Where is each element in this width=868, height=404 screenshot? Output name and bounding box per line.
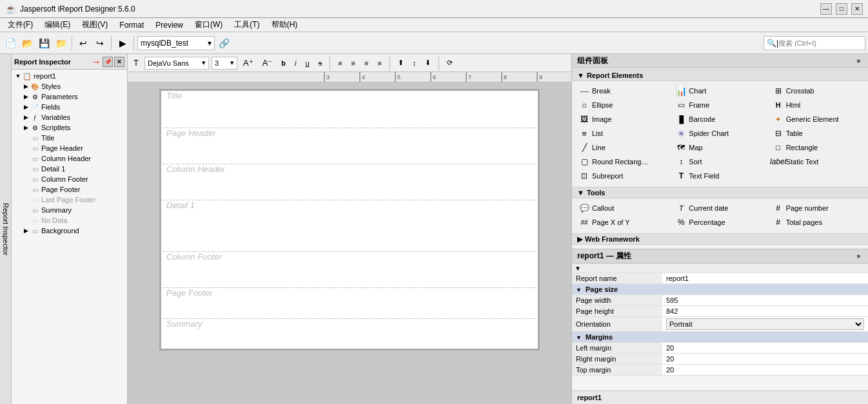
props-panel-expand[interactable]: » bbox=[854, 251, 863, 261]
props-input-page-width[interactable] bbox=[666, 296, 864, 304]
component-line[interactable]: ╱ Line bbox=[575, 140, 671, 155]
maximize-button[interactable]: □ bbox=[836, 3, 847, 15]
open-button[interactable]: 📂 bbox=[19, 35, 35, 51]
save-button[interactable]: 💾 bbox=[36, 35, 52, 51]
menu-preview[interactable]: Preview bbox=[150, 19, 188, 31]
props-input-left-margin[interactable] bbox=[666, 344, 864, 352]
tree-toggle-no-data[interactable] bbox=[22, 217, 30, 224]
tree-item-fields[interactable]: ▶ 📄 Fields bbox=[12, 102, 127, 112]
tree-item-report1[interactable]: ▼ 📋 report1 bbox=[12, 71, 127, 81]
component-subreport[interactable]: ⊡ Subreport bbox=[575, 169, 671, 183]
component-callout[interactable]: 💬 Callout bbox=[575, 201, 671, 215]
component-total-pages[interactable]: # Total pages bbox=[769, 215, 865, 229]
format-type-btn[interactable]: T bbox=[130, 57, 142, 70]
tree-toggle-background[interactable]: ▶ bbox=[22, 227, 30, 234]
menu-file[interactable]: 文件(F) bbox=[3, 18, 38, 32]
component-percentage[interactable]: % Percentage bbox=[671, 215, 768, 229]
component-ellipse[interactable]: ○ Ellipse bbox=[575, 98, 671, 112]
component-generic-element[interactable]: ✦ Generic Element bbox=[769, 112, 865, 126]
rotate-btn[interactable]: ⟳ bbox=[444, 57, 456, 70]
component-break[interactable]: — Break bbox=[575, 84, 671, 98]
tree-item-page-footer[interactable]: ▭ Page Footer bbox=[12, 184, 127, 195]
tree-item-no-data[interactable]: ▭ No Data bbox=[12, 215, 127, 226]
menu-edit[interactable]: 编辑(E) bbox=[39, 18, 75, 32]
component-round-rectangle[interactable]: ▢ Round Rectang… bbox=[575, 155, 671, 169]
tree-toggle-column-header[interactable] bbox=[22, 155, 30, 162]
tree-item-parameters[interactable]: ▶ ⚙ Parameters bbox=[12, 91, 127, 102]
bold-btn[interactable]: b bbox=[278, 57, 289, 70]
component-table[interactable]: ⊟ Table bbox=[769, 126, 865, 140]
menu-window[interactable]: 窗口(W) bbox=[190, 18, 228, 32]
tree-item-column-header[interactable]: ▭ Column Header bbox=[12, 153, 127, 164]
menu-format[interactable]: Format bbox=[114, 19, 149, 31]
strike-btn[interactable]: s bbox=[315, 57, 326, 70]
close-button[interactable]: ✕ bbox=[851, 3, 863, 15]
component-chart[interactable]: 📊 Chart bbox=[671, 84, 768, 98]
tree-toggle-parameters[interactable]: ▶ bbox=[22, 93, 30, 100]
menu-help[interactable]: 帮助(H) bbox=[266, 18, 303, 32]
section-expand-icon[interactable]: ▼ bbox=[577, 72, 584, 79]
minimize-button[interactable]: — bbox=[820, 3, 832, 15]
valign-bottom-btn[interactable]: ⬇ bbox=[422, 57, 434, 70]
menu-tools[interactable]: 工具(T) bbox=[229, 18, 264, 32]
undo-button[interactable]: ↩ bbox=[75, 35, 91, 51]
tree-item-summary[interactable]: ▭ Summary bbox=[12, 205, 127, 215]
tree-toggle-detail1[interactable] bbox=[22, 166, 30, 172]
component-panel-expand[interactable]: » bbox=[854, 56, 863, 66]
font-family-dropdown[interactable]: DejaVu Sans ▾ bbox=[144, 57, 209, 70]
component-page-number[interactable]: # Page number bbox=[769, 201, 865, 215]
props-input-report-name[interactable] bbox=[666, 274, 864, 282]
db-connect-button[interactable]: 🔗 bbox=[216, 35, 232, 51]
component-rectangle[interactable]: □ Rectangle bbox=[769, 140, 865, 155]
underline-btn[interactable]: u bbox=[302, 57, 313, 70]
tree-item-background[interactable]: ▶ ▭ Background bbox=[12, 226, 127, 236]
align-right-btn[interactable]: ≡ bbox=[361, 57, 371, 70]
page-size-expand-icon[interactable]: ▼ bbox=[576, 287, 582, 293]
font-size-dropdown[interactable]: 3 ▾ bbox=[212, 57, 237, 70]
valign-top-btn[interactable]: ⬆ bbox=[395, 57, 407, 70]
tree-item-title[interactable]: ▭ Title bbox=[12, 133, 127, 143]
component-frame[interactable]: ▭ Frame bbox=[671, 98, 768, 112]
align-left-btn[interactable]: ≡ bbox=[335, 57, 345, 70]
web-framework-expand-icon[interactable]: ▶ bbox=[577, 235, 582, 244]
component-crosstab[interactable]: ⊞ Crosstab bbox=[769, 84, 865, 98]
save-all-button[interactable]: 📁 bbox=[53, 35, 68, 51]
tree-toggle-styles[interactable]: ▶ bbox=[22, 83, 30, 90]
component-text-field[interactable]: T Text Field bbox=[671, 169, 768, 183]
tree-item-page-header[interactable]: ▭ Page Header bbox=[12, 143, 127, 153]
redo-button[interactable]: ↪ bbox=[92, 35, 108, 51]
tree-toggle-page-footer[interactable] bbox=[22, 186, 30, 193]
font-grow-btn[interactable]: A⁺ bbox=[240, 57, 257, 70]
tree-item-last-page-footer[interactable]: ▭ Last Page Footer bbox=[12, 195, 127, 205]
tree-toggle-variables[interactable]: ▶ bbox=[22, 114, 30, 120]
tree-toggle-scriptlets[interactable]: ▶ bbox=[22, 124, 30, 131]
props-input-page-height[interactable] bbox=[666, 307, 864, 315]
tree-toggle-last-page-footer[interactable] bbox=[22, 197, 30, 203]
component-list[interactable]: ≡ List bbox=[575, 126, 671, 140]
component-barcode[interactable]: ▐▌ Barcode bbox=[671, 112, 768, 126]
tree-toggle-summary[interactable] bbox=[22, 207, 30, 213]
component-html[interactable]: H Html bbox=[769, 98, 865, 112]
tools-section-expand-icon[interactable]: ▼ bbox=[577, 189, 584, 197]
inspector-sidebar-tab[interactable]: Report Inspector bbox=[0, 54, 12, 404]
align-justify-btn[interactable]: ≡ bbox=[374, 57, 384, 70]
tree-toggle-fields[interactable]: ▶ bbox=[22, 104, 30, 110]
preview-button[interactable]: ▶ bbox=[115, 35, 130, 51]
props-input-top-margin[interactable] bbox=[666, 366, 864, 374]
component-spider-chart[interactable]: ✳ Spider Chart bbox=[671, 126, 768, 140]
component-map[interactable]: 🗺 Map bbox=[671, 140, 768, 155]
inspector-close-button[interactable]: ✕ bbox=[114, 57, 124, 67]
margins-expand-icon[interactable]: ▼ bbox=[576, 334, 582, 341]
tree-toggle-report1[interactable]: ▼ bbox=[14, 73, 22, 79]
props-select-orientation[interactable]: Portrait Landscape bbox=[666, 318, 864, 330]
italic-btn[interactable]: i bbox=[291, 57, 299, 70]
tree-item-styles[interactable]: ▶ 🎨 Styles bbox=[12, 81, 127, 91]
props-input-right-margin[interactable] bbox=[666, 355, 864, 363]
tree-item-variables[interactable]: ▶ ƒ Variables bbox=[12, 112, 127, 122]
new-button[interactable]: 📄 bbox=[3, 35, 18, 51]
tree-item-column-footer[interactable]: ▭ Column Footer bbox=[12, 174, 127, 184]
component-current-date[interactable]: T Current date bbox=[671, 201, 768, 215]
inspector-pin-button[interactable]: 📌 bbox=[103, 57, 113, 67]
search-input[interactable] bbox=[778, 39, 862, 47]
tree-toggle-page-header[interactable] bbox=[22, 145, 30, 151]
